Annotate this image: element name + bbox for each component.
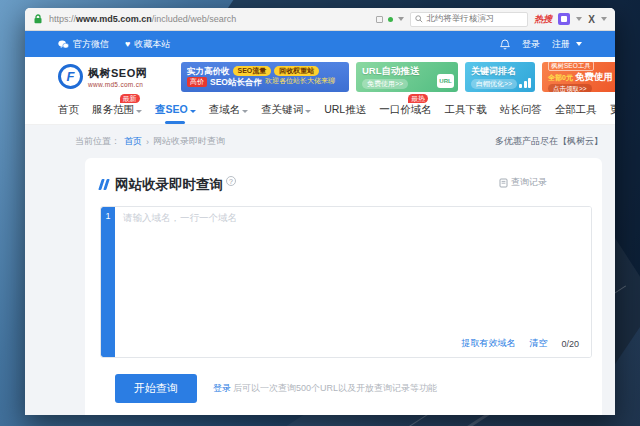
banner3-pill: 白帽优化>> — [471, 79, 517, 89]
banner4-main: 免费使用 — [575, 71, 613, 84]
logo-text: 枫树SEO网 www.md5.com.cn — [88, 66, 147, 88]
domain-input-box: 1 提取有效域名 清空 0/20 — [100, 206, 592, 358]
chevron-down-icon[interactable] — [601, 17, 607, 21]
page-content: 当前位置： 首页 › 网站收录即时查询 多优惠产品尽在【枫树云】 网站收录即时查… — [25, 125, 615, 415]
browser-search-input[interactable] — [426, 14, 523, 24]
banner4-pill: 点击领取>> — [548, 84, 592, 92]
nav-item-url-push[interactable]: URL推送 — [324, 103, 366, 117]
banner1-headline: 实力高价收 — [187, 66, 230, 77]
favorite-site-label: 收藏本站 — [134, 38, 170, 51]
wechat-icon — [58, 40, 69, 49]
chevron-down-icon — [242, 110, 248, 113]
nav-label: 查SEO — [155, 103, 188, 117]
extension-icon[interactable] — [558, 13, 570, 25]
document-icon — [499, 178, 508, 188]
breadcrumb-current: 网站收录即时查询 — [153, 135, 225, 148]
bell-icon[interactable] — [500, 39, 510, 50]
logo-domain: www.md5.com.cn — [88, 81, 147, 88]
desktop-background: https://www.md5.com.cn/included/web/sear… — [0, 0, 640, 426]
nav-badge-hot: 最热 — [408, 94, 428, 103]
nav-item-keyword[interactable]: 查关键词 — [261, 103, 311, 117]
hot-search-badge[interactable]: 热搜 — [534, 13, 552, 26]
nav-item-all-tools[interactable]: 全部工具 — [555, 103, 597, 117]
register-link[interactable]: 注册 — [552, 38, 582, 51]
main-navigation: 首页 最新服务范围 查SEO 查域名 查关键词 URL推送 最热一口价域名 工具… — [25, 96, 615, 125]
nav-item-tool-download[interactable]: 工具下载 — [445, 103, 487, 117]
browser-search-box[interactable] — [410, 12, 528, 27]
nav-label: 站长问答 — [500, 103, 542, 117]
login-tip-link[interactable]: 登录 — [213, 383, 231, 393]
nav-label: 查关键词 — [261, 103, 303, 117]
reader-mode-icon[interactable] — [376, 16, 383, 23]
nav-item-more[interactable]: 更多 — [610, 103, 615, 117]
page-title: 网站收录即时查询 — [115, 176, 223, 194]
login-tip: 登录后可以一次查询500个URL以及开放查询记录等功能 — [213, 382, 437, 395]
url-path: /included/web/search — [152, 14, 237, 24]
nav-label: 服务范围 — [92, 103, 134, 117]
ad-banner-seo-buy[interactable]: 实力高价收 SEO流量 回收权重站 高价 SEO站长合作 欢迎各位站长大佬来聊 — [181, 62, 349, 92]
nav-badge-new: 最新 — [120, 94, 140, 103]
top-bar-right: 登录 注册 — [500, 38, 582, 51]
banner1-pill-traffic: SEO流量 — [233, 66, 272, 76]
login-tip-text: 后可以一次查询500个URL以及开放查询记录等功能 — [233, 383, 437, 393]
nav-label: 工具下载 — [445, 103, 487, 117]
site-logo[interactable]: F 枫树SEO网 www.md5.com.cn — [58, 64, 174, 89]
login-link[interactable]: 登录 — [522, 38, 540, 51]
register-label: 注册 — [552, 38, 570, 51]
bar-chart-icon — [519, 78, 531, 88]
chevron-down-icon — [136, 110, 142, 113]
site-header: F 枫树SEO网 www.md5.com.cn 实力高价收 SEO流量 回收权重… — [25, 57, 615, 96]
input-box-footer: 提取有效域名 清空 0/20 — [461, 337, 579, 350]
url-counter: 0/20 — [561, 339, 579, 349]
help-icon[interactable]: ? — [226, 176, 236, 186]
action-row: 开始查询 登录后可以一次查询500个URL以及开放查询记录等功能 — [100, 374, 592, 403]
nav-item-services[interactable]: 最新服务范围 — [92, 103, 142, 117]
banner1-tail: 欢迎各位站长大佬来聊 — [265, 77, 335, 86]
nav-item-seo[interactable]: 查SEO — [155, 103, 196, 117]
ad-banner-url-push[interactable]: URL自动推送 免费使用>> URL — [356, 62, 458, 92]
breadcrumb-prefix: 当前位置： — [75, 135, 120, 148]
logo-icon: F — [58, 64, 83, 89]
translate-status-icon[interactable] — [388, 17, 393, 22]
promo-text[interactable]: 多优惠产品尽在【枫树云】 — [495, 135, 603, 148]
nav-label: 更多 — [610, 103, 615, 117]
search-icon — [415, 15, 423, 23]
query-records-button[interactable]: 查询记录 — [499, 176, 547, 189]
banner1-subline: SEO站长合作 — [210, 77, 262, 88]
official-wechat-label: 官方微信 — [73, 38, 109, 51]
domain-textarea[interactable] — [115, 207, 591, 357]
browser-window: https://www.md5.com.cn/included/web/sear… — [25, 8, 615, 415]
ad-banner-keyword-rank[interactable]: 关键词排名 白帽优化>> — [465, 62, 535, 92]
url-scheme: https:// — [49, 14, 76, 24]
nav-label: 查域名 — [209, 103, 241, 117]
breadcrumb: 当前位置： 首页 › 网站收录即时查询 多优惠产品尽在【枫树云】 — [25, 125, 615, 156]
browser-page-tools — [376, 16, 404, 23]
url-host: www.md5.com.cn — [76, 14, 152, 24]
profile-icon[interactable]: X — [588, 14, 595, 25]
banner1-badge: 高价 — [187, 77, 207, 87]
lock-icon — [33, 14, 43, 24]
chevron-down-icon[interactable] — [398, 17, 404, 21]
browser-url-bar: https://www.md5.com.cn/included/web/sear… — [25, 8, 615, 31]
official-wechat-link[interactable]: 官方微信 — [58, 38, 109, 51]
query-card: 网站收录即时查询 ? 查询记录 1 提取有效 — [85, 158, 602, 415]
extract-domains-link[interactable]: 提取有效域名 — [461, 337, 515, 350]
ad-banner-free-tools[interactable]: 枫树SEO工具 全部0元 免费使用 点击领取>> — [542, 62, 615, 92]
start-query-button[interactable]: 开始查询 — [115, 374, 197, 403]
clear-link[interactable]: 清空 — [529, 337, 547, 350]
query-records-label: 查询记录 — [511, 176, 547, 189]
nav-item-domain[interactable]: 查域名 — [209, 103, 249, 117]
chevron-down-icon — [190, 110, 196, 113]
favorite-site-link[interactable]: ♥ 收藏本站 — [125, 38, 170, 51]
nav-label: 一口价域名 — [379, 103, 432, 117]
nav-item-fixed-price-domain[interactable]: 最热一口价域名 — [379, 103, 432, 117]
breadcrumb-separator: › — [146, 137, 149, 147]
banner2-pill: 免费使用>> — [362, 79, 408, 89]
breadcrumb-home-link[interactable]: 首页 — [124, 135, 142, 148]
chevron-down-icon[interactable] — [576, 17, 582, 21]
line-number-gutter: 1 — [101, 207, 115, 357]
url-address[interactable]: https://www.md5.com.cn/included/web/sear… — [49, 14, 370, 24]
chevron-down-icon — [305, 110, 311, 113]
nav-item-qa[interactable]: 站长问答 — [500, 103, 542, 117]
nav-item-home[interactable]: 首页 — [58, 103, 79, 117]
